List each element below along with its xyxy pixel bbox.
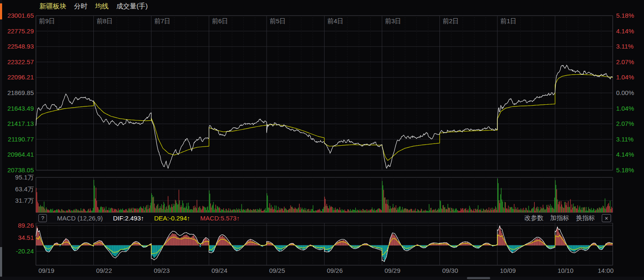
trading-chart-window: 新疆板块 分时 均线 成交量(手) 23001.6522775.2922548.… xyxy=(0,0,644,280)
chart-header: 新疆板块 分时 均线 成交量(手) xyxy=(39,2,148,11)
change-params-button[interactable]: 改参数 xyxy=(524,214,543,222)
tab-volume-unit[interactable]: 成交量(手) xyxy=(116,2,148,11)
close-icon[interactable]: × xyxy=(602,214,611,222)
macd-params-label[interactable]: MACD (12,26,9) xyxy=(57,215,103,222)
macd-hist-value: MACD:5.573↑ xyxy=(200,215,240,222)
macd-dif-value: DIF:2.493↑ xyxy=(113,215,144,222)
add-indicator-button[interactable]: 加指标 xyxy=(550,214,569,222)
bottom-scrollbar[interactable] xyxy=(0,277,644,280)
tab-fenshi[interactable]: 分时 xyxy=(74,2,87,11)
left-scrollbar-bottom-thumb[interactable] xyxy=(0,247,2,280)
macd-dea-value: DEA:-0.294↑ xyxy=(154,215,190,222)
chart-canvas[interactable] xyxy=(0,0,644,280)
left-scrollbar[interactable] xyxy=(0,0,2,280)
macd-toolbar: ? MACD (12,26,9) DIF:2.493↑ DEA:-0.294↑ … xyxy=(36,213,613,223)
tab-junxian[interactable]: 均线 xyxy=(95,2,109,11)
help-icon[interactable]: ? xyxy=(38,214,47,222)
bottom-scrollbar-thumb[interactable] xyxy=(467,277,490,279)
switch-indicator-button[interactable]: 换指标 xyxy=(576,214,595,222)
left-scrollbar-thumb[interactable] xyxy=(0,3,2,19)
sector-title: 新疆板块 xyxy=(39,2,66,11)
